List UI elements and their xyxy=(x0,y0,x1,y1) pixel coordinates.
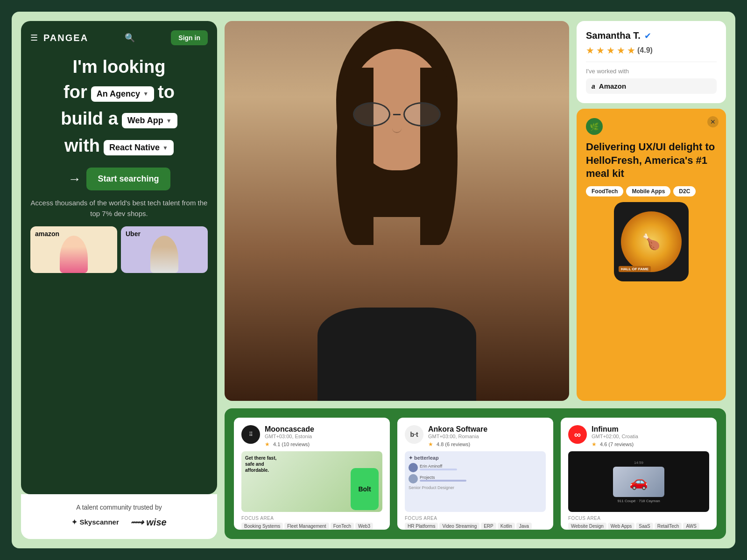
mooncascade-preview: Get there fast, safe and affordable. Bol… xyxy=(241,451,382,512)
bottom-section: A talent community trusted by ✦ Skyscann… xyxy=(21,494,217,539)
ak-tag-1: HR Platforms xyxy=(405,523,438,530)
mc-tag-2: Fleet Management xyxy=(284,523,329,530)
phone-mockup: ☰ PANGEA 🔍 Sign in I'm looking for An Ag… xyxy=(21,21,217,494)
infinum-info: Infinum GMT+02:00, Croatia ★ 4.6 (7 revi… xyxy=(592,425,709,448)
hamburger-icon[interactable]: ☰ xyxy=(30,33,38,43)
infinum-rating: 4.6 (7 reviews) xyxy=(600,441,634,447)
focus-area-label-mc: Focus Area xyxy=(241,516,382,521)
focus-area-label-inf: Focus Area xyxy=(568,516,709,521)
profile-card: Samantha T. ✔ ★ ★ ★ ★ ★ (4.9) I've worke… xyxy=(577,21,726,103)
hr-text1: Erin Aminoff xyxy=(420,464,457,469)
hr-row1: Erin Aminoff xyxy=(409,463,542,472)
hero-row2: build a Web App ▼ xyxy=(30,108,208,133)
sign-in-button[interactable]: Sign in xyxy=(171,30,208,45)
mc-tag-1: Booking Systems xyxy=(241,523,283,530)
hr-bar2 xyxy=(420,480,466,482)
company-chip-name: Amazon xyxy=(599,82,626,90)
right-bottom: ⠿ Mooncascade GMT+03:00, Estonia ★ 4.1 (… xyxy=(225,408,726,539)
company-cards: amazon Uber xyxy=(30,226,208,273)
star2: ★ xyxy=(596,45,605,56)
webapp-dropdown[interactable]: Web App ▼ xyxy=(122,113,177,128)
arrow-icon: → xyxy=(68,172,81,187)
agency-logo-icon: 🌿 xyxy=(586,118,603,135)
hall-of-fame-badge: HALL OF FAME xyxy=(619,266,651,272)
tag-foodtech: FoodTech xyxy=(586,186,623,196)
ankora-tags: HR Platforms Video Streaming ERP Kotlin … xyxy=(405,523,546,530)
inf-tag-4: RetailTech xyxy=(655,523,682,530)
mooncascade-bottom: Focus Area Booking Systems Fleet Managem… xyxy=(241,516,382,530)
profile-name-row: Samantha T. ✔ xyxy=(586,30,717,41)
amazon-label: amazon xyxy=(35,230,59,238)
right-cards: Samantha T. ✔ ★ ★ ★ ★ ★ (4.9) I've worke… xyxy=(577,21,726,401)
inf-tag-3: SaaS xyxy=(636,523,653,530)
inf-tag-1: Website Design xyxy=(568,523,606,530)
star1: ★ xyxy=(586,45,594,56)
mc-tag-3: FonTech xyxy=(331,523,354,530)
logo: PANGEA xyxy=(43,33,88,43)
ankora-location: GMT+03:00, Romania xyxy=(428,434,546,439)
amazon-person xyxy=(60,236,88,273)
amazon-logo-sm: a xyxy=(592,83,595,90)
hr-avatar2 xyxy=(409,474,418,483)
agency-card-ankora: b·t Ankora Software GMT+03:00, Romania ★… xyxy=(397,418,553,530)
betterleap-label: ✦ betterleap xyxy=(409,455,542,461)
mooncascade-tags: Booking Systems Fleet Management FonTech… xyxy=(241,523,382,530)
ankora-name: Ankora Software xyxy=(428,425,546,434)
agency-card: ✕ 🌿 Delivering UX/UI delight to HelloFre… xyxy=(577,109,726,401)
agency-dropdown[interactable]: An Agency ▼ xyxy=(91,86,154,102)
react-native-dropdown[interactable]: React Native ▼ xyxy=(104,140,174,155)
inf-tag-5: AWS xyxy=(683,523,699,530)
start-searching-button[interactable]: Start searching xyxy=(86,168,170,190)
hero-line1: I'm looking xyxy=(30,56,208,78)
agency-header-ankora: b·t Ankora Software GMT+03:00, Romania ★… xyxy=(405,425,546,448)
close-button[interactable]: ✕ xyxy=(707,116,719,127)
search-icon[interactable]: 🔍 xyxy=(125,33,135,43)
ankora-logo: b·t xyxy=(405,425,423,444)
hero-row1: for An Agency ▼ to xyxy=(30,82,208,107)
star3: ★ xyxy=(606,45,615,56)
inf-tag-2: Web Apps xyxy=(608,523,634,530)
mooncascade-logo: ⠿ xyxy=(241,425,260,444)
agency-header-infinum: ∞ Infinum GMT+02:00, Croatia ★ 4.6 (7 re… xyxy=(568,425,709,448)
infinum-preview: 14:59 🚗 911 Coupé · 718 Cayman xyxy=(568,451,709,512)
right-panel: Samantha T. ✔ ★ ★ ★ ★ ★ (4.9) I've worke… xyxy=(225,21,726,539)
mooncascade-stars: ★ 4.1 (10 reviews) xyxy=(265,441,382,448)
car-image: 🚗 xyxy=(613,467,664,497)
tag-d2c: D2C xyxy=(673,186,696,196)
mooncascade-location: GMT+03:00, Estonia xyxy=(265,434,382,439)
agency-header-mooncascade: ⠿ Mooncascade GMT+03:00, Estonia ★ 4.1 (… xyxy=(241,425,382,448)
rating-number: (4.9) xyxy=(637,46,653,55)
nav-left: ☰ PANGEA xyxy=(30,33,88,43)
skyscanner-logo: ✦ Skyscanner xyxy=(71,518,119,526)
right-top: Samantha T. ✔ ★ ★ ★ ★ ★ (4.9) I've worke… xyxy=(225,21,726,401)
hero-subtitle: Access thousands of the world's best tec… xyxy=(30,198,208,219)
uber-label: Uber xyxy=(126,230,141,238)
outer-container: ☰ PANGEA 🔍 Sign in I'm looking for An Ag… xyxy=(12,12,735,548)
hr-row2: Projects xyxy=(409,474,542,483)
infinum-stars: ★ 4.6 (7 reviews) xyxy=(592,441,709,448)
mc-star1: ★ xyxy=(265,441,270,448)
wise-logo: ⟿ wise xyxy=(130,517,167,528)
mc-tag-4: Web3 xyxy=(355,523,373,530)
uber-card: Uber xyxy=(121,226,208,273)
car-model: 911 Coupé · 718 Cayman xyxy=(617,499,660,503)
ankora-stars: ★ 4.8 (6 reviews) xyxy=(428,441,546,448)
hr-avatar1 xyxy=(409,463,418,472)
ak-tag-5: Java xyxy=(516,523,532,530)
inf-star1: ★ xyxy=(592,441,597,448)
uber-person-img xyxy=(150,236,178,273)
infinum-location: GMT+02:00, Croatia xyxy=(592,434,709,439)
hr-text2: Projects xyxy=(420,475,466,480)
ankora-info: Ankora Software GMT+03:00, Romania ★ 4.8… xyxy=(428,425,546,448)
trusted-text: A talent community trusted by xyxy=(30,504,208,511)
ak-star1: ★ xyxy=(428,441,433,448)
left-panel: ☰ PANGEA 🔍 Sign in I'm looking for An Ag… xyxy=(21,21,217,539)
bolt-phone-preview: Bolt xyxy=(351,468,379,510)
infinum-tags: Website Design Web Apps SaaS RetailTech … xyxy=(568,523,709,530)
logo-row: ✦ Skyscanner ⟿ wise xyxy=(30,517,208,528)
amazon-card: amazon xyxy=(30,226,117,273)
phone-nav: ☰ PANGEA 🔍 Sign in xyxy=(30,30,208,45)
agency-title: Delivering UX/UI delight to HelloFresh, … xyxy=(586,140,717,181)
ak-tag-3: ERP xyxy=(481,523,496,530)
infinum-logo: ∞ xyxy=(568,425,587,444)
